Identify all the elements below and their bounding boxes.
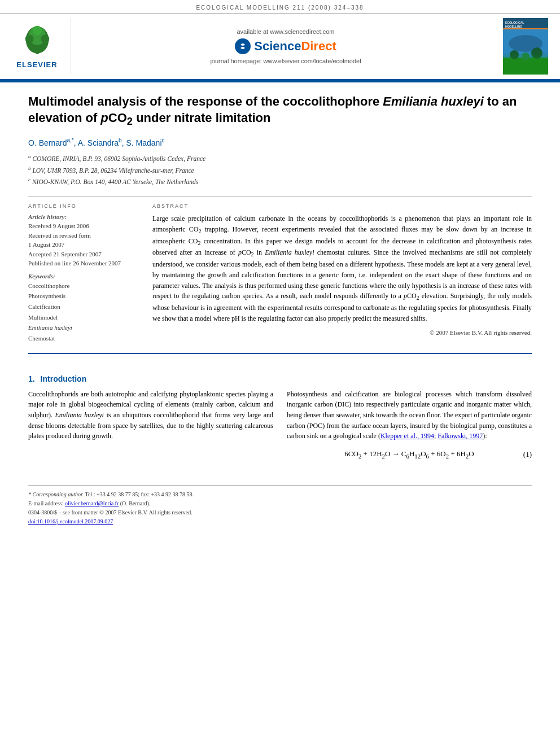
keywords-label: Keywords: [28,273,141,279]
keyword-6: Chemostat [28,333,141,344]
footer-copyright-notice: 0304-3800/$ – see front matter © 2007 El… [28,508,532,526]
intro-left-text: Coccolithophorids are both autotrophic a… [28,389,273,442]
svg-point-5 [32,25,42,35]
footer-area: * Corresponding author. Tel.: +33 4 92 3… [28,485,532,526]
sd-logo-dot [235,38,251,54]
abstract-text: Large scale precipitation of calcium car… [152,213,532,324]
page: ECOLOGICAL MODELLING 211 (2008) 324–338 … [0,0,560,747]
intro-right-text: Photosynthesis and calcification are bio… [287,389,532,442]
article-info-header: ARTICLE INFO [28,203,141,209]
footer-copyright-text: 0304-3800/$ – see front matter © 2007 El… [28,509,193,516]
introduction-section: 1. Introduction Coccolithophorids are bo… [0,365,560,477]
journal-homepage-text: journal homepage: www.elsevier.com/locat… [210,58,361,64]
keyword-4: Multimodel [28,312,141,323]
footer-email[interactable]: olivier.bernard@inria.fr [65,500,119,506]
title-italic-p: p [100,111,108,125]
ref-klepper[interactable]: Klepper et al., 1994 [380,432,434,440]
abstract-header: ABSTRACT [152,203,532,209]
main-content: Multimodel analysis of the response of t… [0,82,560,365]
keyword-2: Photosynthesis [28,291,141,302]
sd-icon [237,40,249,53]
elsevier-label: ELSEVIER [16,60,57,69]
section-number: 1. [28,374,35,383]
svg-rect-14 [503,58,548,75]
journal-header: ELSEVIER available at www.sciencedirect.… [0,14,560,80]
sciencedirect-text: ScienceDirect [254,39,336,54]
elsevier-tree-icon [15,24,60,58]
section-divider-1 [28,196,532,196]
svg-point-3 [25,34,33,43]
journal-cover: ECOLOGICAL MODELLING [500,18,551,75]
cover-image: ECOLOGICAL MODELLING [503,18,548,75]
article-info-column: ARTICLE INFO Article history: Received 9… [28,203,141,344]
keywords-list: Coccolithophore Photosynthesis Calcifica… [28,281,141,344]
svg-rect-11 [503,28,548,29]
svg-point-6 [237,41,248,52]
intro-two-col: Coccolithophorids are both autotrophic a… [28,389,532,468]
intro-left-col: Coccolithophorids are both autotrophic a… [28,389,273,468]
keyword-5: Emiliania huxleyi [28,322,141,333]
equation-1-text: 6CO2 + 12H2O → C6H12O6 + 6O2 + 6H2O [344,449,474,460]
header-center: available at www.sciencedirect.com Scien… [77,18,495,75]
keyword-3: Calcification [28,302,141,312]
footer-doi[interactable]: doi:10.1016/j.ecolmodel.2007.09.027 [28,518,113,525]
abstract-column: ABSTRACT Large scale precipitation of ca… [152,203,532,344]
footer-corresponding-author: * Corresponding author. Tel.: +33 4 92 3… [28,490,532,508]
available-text: available at www.sciencedirect.com [237,28,334,35]
ref-falkowski[interactable]: Falkowski, 1997 [438,432,483,440]
info-abstract-section: ARTICLE INFO Article history: Received 9… [28,203,532,344]
intro-section-title: 1. Introduction [28,374,532,383]
title-italic-species: Emiliania huxleyi [383,94,484,108]
sciencedirect-brand: ScienceDirect [235,38,336,54]
article-title: Multimodel analysis of the response of t… [28,94,532,128]
elsevier-logo: ELSEVIER [9,18,71,75]
footer-author-label: * Corresponding author. [28,491,84,497]
svg-text:MODELLING: MODELLING [505,25,522,28]
svg-text:ECOLOGICAL: ECOLOGICAL [505,21,524,24]
equation-1-number: (1) [523,450,532,459]
equation-1-block: 6CO2 + 12H2O → C6H12O6 + 6O2 + 6H2O (1) [287,449,532,460]
blue-bottom-divider [28,353,532,354]
affiliations: a COMORE, INRIA, B.P. 93, 06902 Sophia-A… [28,152,532,187]
article-dates: Received 9 August 2006 Received in revis… [28,221,141,268]
authors-line: O. Bernarda,*, A. Sciandrab, S. Madanic [28,137,532,147]
abstract-copyright: © 2007 Elsevier B.V. All rights reserved… [152,329,532,336]
svg-point-16 [531,47,542,59]
journal-citation: ECOLOGICAL MODELLING 211 (2008) 324–338 [196,5,364,11]
svg-point-15 [510,50,519,59]
svg-point-4 [41,34,49,43]
article-history-label: Article history: [28,213,141,220]
journal-header-line: ECOLOGICAL MODELLING 211 (2008) 324–338 [0,0,560,14]
intro-right-col: Photosynthesis and calcification are bio… [287,389,532,468]
keyword-1: Coccolithophore [28,281,141,291]
footer-email-rest: (O. Bernard). [120,500,151,506]
cover-svg: ECOLOGICAL MODELLING [503,18,548,75]
svg-point-17 [522,53,530,60]
intro-title-text: Introduction [41,374,87,383]
